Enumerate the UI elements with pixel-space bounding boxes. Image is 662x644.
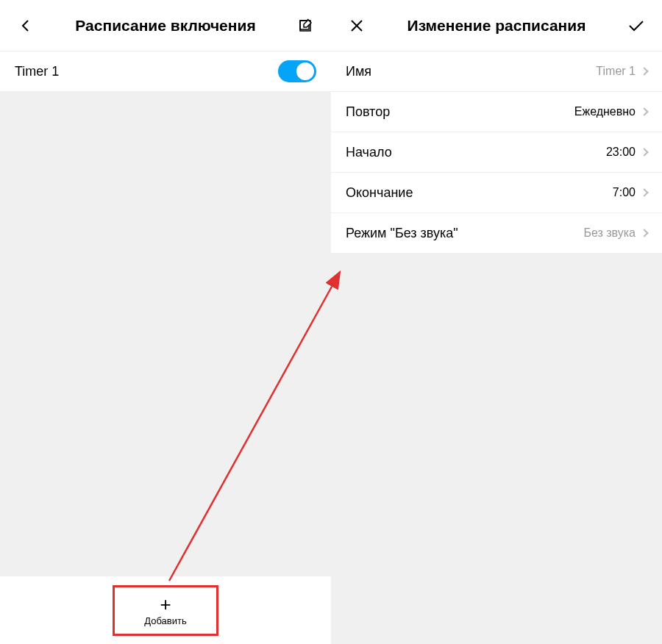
row-start-value: 23:00 — [606, 146, 647, 159]
chevron-right-icon — [640, 148, 648, 156]
timer-name: Timer 1 — [15, 64, 59, 79]
chevron-right-icon — [640, 107, 648, 115]
row-silent-value: Без звука — [583, 226, 647, 240]
add-button[interactable]: + Добавить — [113, 585, 218, 636]
row-name-label: Имя — [346, 64, 371, 79]
timer-row[interactable]: Timer 1 — [0, 51, 331, 92]
schedule-edit-screen: Изменение расписания Имя Timer 1 Повтор … — [331, 0, 662, 644]
add-label: Добавить — [144, 615, 186, 626]
row-end[interactable]: Окончание 7:00 — [331, 173, 662, 213]
schedule-list-screen: Расписание включения Timer 1 + Добавить — [0, 0, 331, 644]
empty-area-right — [331, 254, 662, 644]
row-end-label: Окончание — [346, 185, 413, 201]
row-repeat-label: Повтор — [346, 104, 390, 120]
edit-icon[interactable] — [294, 15, 316, 37]
chevron-right-icon — [640, 188, 648, 196]
close-icon[interactable] — [346, 15, 368, 37]
row-name[interactable]: Имя Timer 1 — [331, 51, 662, 92]
chevron-right-icon — [640, 67, 648, 75]
row-end-value: 7:00 — [613, 186, 647, 199]
back-icon[interactable] — [15, 15, 37, 37]
row-start-label: Начало — [346, 145, 392, 160]
row-name-value: Timer 1 — [596, 65, 647, 78]
plus-icon: + — [160, 595, 171, 614]
timer-toggle[interactable] — [278, 60, 316, 82]
row-silent-label: Режим "Без звука" — [346, 226, 458, 241]
row-start[interactable]: Начало 23:00 — [331, 132, 662, 173]
settings-list: Имя Timer 1 Повтор Ежедневно Начало 23:0… — [331, 51, 662, 254]
row-repeat[interactable]: Повтор Ежедневно — [331, 92, 662, 132]
chevron-right-icon — [640, 229, 648, 237]
confirm-icon[interactable] — [625, 15, 647, 37]
left-title: Расписание включения — [37, 17, 294, 35]
right-header: Изменение расписания — [331, 0, 662, 51]
row-repeat-value: Ежедневно — [574, 105, 647, 118]
left-header: Расписание включения — [0, 0, 331, 51]
row-silent[interactable]: Режим "Без звука" Без звука — [331, 213, 662, 254]
bottom-bar: + Добавить — [0, 576, 331, 644]
right-title: Изменение расписания — [368, 17, 625, 35]
